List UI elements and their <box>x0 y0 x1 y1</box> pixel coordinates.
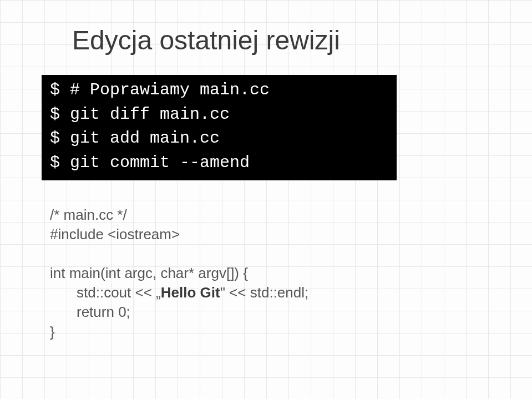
cout-prefix: std::cout << „ <box>77 284 161 301</box>
terminal-line: $ git commit --amend <box>50 151 388 175</box>
terminal-line: $ git diff main.cc <box>50 103 388 127</box>
cout-suffix: " << std::endl; <box>220 284 309 301</box>
code-close: } <box>50 322 490 342</box>
code-include: #include <iostream> <box>50 225 490 244</box>
terminal-block: $ # Poprawiamy main.cc $ git diff main.c… <box>42 75 397 180</box>
code-return: return 0; <box>50 302 490 322</box>
code-block: /* main.cc */ #include <iostream> int ma… <box>50 205 490 342</box>
cout-bold: Hello Git <box>161 284 220 301</box>
code-func-sig: int main(int argc, char* argv[]) { <box>50 264 490 283</box>
slide-title: Edycja ostatniej rewizji <box>72 25 490 55</box>
code-comment: /* main.cc */ <box>50 205 490 225</box>
terminal-line: $ git add main.cc <box>50 127 388 151</box>
code-cout: std::cout << „Hello Git" << std::endl; <box>50 283 490 302</box>
code-blank <box>50 244 490 264</box>
terminal-line: $ # Poprawiamy main.cc <box>50 78 388 103</box>
